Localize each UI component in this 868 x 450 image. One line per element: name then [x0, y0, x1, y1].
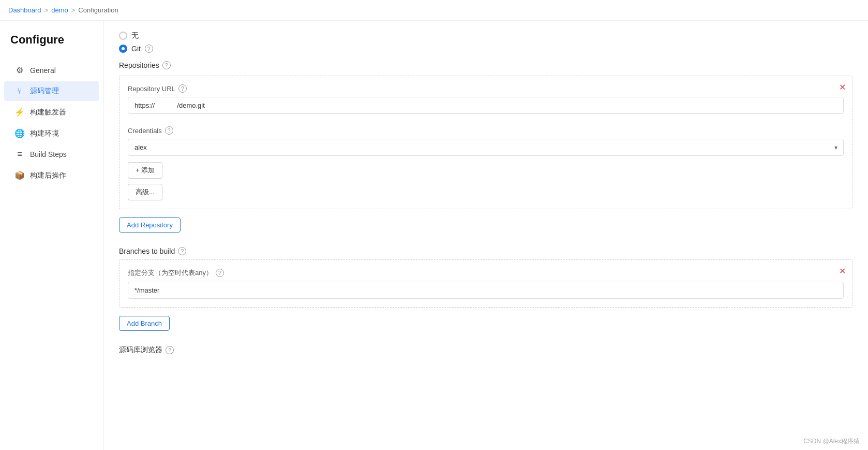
- repo-url-help-icon[interactable]: ?: [178, 84, 187, 93]
- close-repo-button[interactable]: ✕: [839, 82, 846, 92]
- sidebar-item-post-build[interactable]: 📦 构建后操作: [4, 165, 99, 185]
- sidebar-item-build-steps[interactable]: ≡ Build Steps: [4, 144, 99, 164]
- radio-git-group: Git ?: [119, 45, 852, 53]
- branches-box: ✕ 指定分支（为空时代表any） ?: [119, 259, 852, 308]
- repo-url-label: Repository URL: [128, 85, 175, 93]
- sidebar-label-general: General: [30, 66, 56, 75]
- radio-none-group: 无: [119, 31, 852, 40]
- credentials-label-section: Credentials ?: [128, 126, 844, 135]
- sidebar-item-general[interactable]: ⚙ General: [4, 60, 99, 80]
- repo-url-input[interactable]: [128, 97, 844, 114]
- close-branch-button[interactable]: ✕: [839, 266, 846, 276]
- sidebar-item-source[interactable]: ⑂ 源码管理: [4, 81, 99, 101]
- sidebar-title: Configure: [0, 29, 103, 59]
- breadcrumb-sep-2: >: [71, 6, 76, 14]
- source-browser-label-section: 源码库浏览器 ?: [119, 345, 852, 355]
- add-branch-button[interactable]: Add Branch: [119, 316, 170, 331]
- branches-help-icon[interactable]: ?: [178, 247, 186, 255]
- credentials-label: Credentials: [128, 127, 162, 135]
- sidebar-icon-general: ⚙: [14, 65, 25, 75]
- repositories-label-section: Repositories ?: [119, 61, 852, 69]
- breadcrumb-dashboard[interactable]: Dashboard: [8, 6, 41, 14]
- sidebar-icon-trigger: ⚡: [14, 107, 25, 117]
- radio-git[interactable]: [119, 45, 127, 53]
- sidebar-label-env: 构建环境: [30, 129, 59, 138]
- sidebar-label-build-steps: Build Steps: [30, 150, 67, 158]
- footer-text: CSDN @Alex程序猿: [795, 433, 868, 450]
- repo-url-label-section: Repository URL ?: [128, 84, 844, 93]
- repositories-label: Repositories: [119, 61, 159, 69]
- repositories-help-icon[interactable]: ?: [162, 61, 171, 69]
- source-browser-label: 源码库浏览器: [119, 345, 162, 355]
- add-repository-button[interactable]: Add Repository: [119, 217, 181, 233]
- credentials-select-wrapper: alex - none - ▾: [128, 139, 844, 156]
- branch-specifier-label-section: 指定分支（为空时代表any） ?: [128, 268, 844, 278]
- branches-label: Branches to build: [119, 247, 175, 255]
- breadcrumb-sep-1: >: [44, 6, 49, 14]
- credentials-select[interactable]: alex - none -: [128, 139, 844, 156]
- sidebar-label-source: 源码管理: [30, 86, 59, 96]
- radio-none-label: 无: [131, 31, 139, 40]
- sidebar-item-env[interactable]: 🌐 构建环境: [4, 123, 99, 143]
- sidebar-label-post-build: 构建后操作: [30, 171, 66, 180]
- sidebar-icon-env: 🌐: [14, 128, 25, 138]
- branch-specifier-help-icon[interactable]: ?: [216, 269, 224, 277]
- sidebar-icon-source: ⑂: [14, 86, 25, 96]
- sidebar-item-trigger[interactable]: ⚡ 构建触发器: [4, 102, 99, 122]
- radio-git-label: Git: [131, 45, 141, 53]
- credentials-help-icon[interactable]: ?: [165, 126, 173, 135]
- sidebar-label-trigger: 构建触发器: [30, 108, 66, 117]
- main-content: 无 Git ? Repositories ? ✕ Repository URL …: [103, 21, 868, 450]
- sidebar-icon-post-build: 📦: [14, 170, 25, 180]
- breadcrumb-current: Configuration: [78, 6, 118, 14]
- advanced-button[interactable]: 高级...: [128, 184, 162, 200]
- add-credential-button[interactable]: + 添加: [128, 162, 162, 179]
- branch-specifier-input[interactable]: [128, 282, 844, 299]
- breadcrumb: Dashboard > demo > Configuration: [0, 0, 868, 21]
- source-browser-help-icon[interactable]: ?: [166, 346, 174, 354]
- branches-label-section: Branches to build ?: [119, 247, 852, 255]
- sidebar: Configure ⚙ General ⑂ 源码管理 ⚡ 构建触发器 🌐 构建环…: [0, 21, 103, 450]
- radio-none[interactable]: [119, 32, 127, 40]
- branch-specifier-label: 指定分支（为空时代表any）: [128, 268, 213, 278]
- breadcrumb-demo[interactable]: demo: [51, 6, 68, 14]
- sidebar-icon-build-steps: ≡: [14, 150, 25, 159]
- git-help-icon[interactable]: ?: [145, 45, 153, 53]
- repository-box: ✕ Repository URL ? Credentials ? alex - …: [119, 76, 852, 209]
